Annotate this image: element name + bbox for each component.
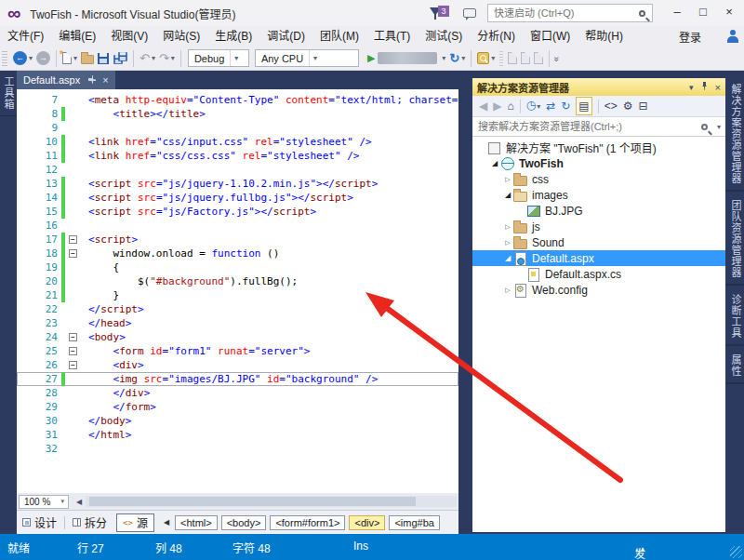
tree-item-file-default-aspx[interactable]: ◢Default.aspx [472, 250, 725, 266]
solution-search-box[interactable]: ▾ [472, 117, 725, 137]
tree-item-folder-css[interactable]: ▷css [472, 171, 725, 187]
tree-item-folder-js[interactable]: ▷js [472, 219, 725, 234]
fold-toggle-icon[interactable]: − [69, 235, 77, 244]
breadcrumb-img[interactable]: <img#ba [389, 515, 440, 530]
notifications-flag-icon[interactable]: 3 [430, 6, 450, 20]
right-tab-solution-explorer[interactable]: 解决方案资源管理器 [725, 78, 744, 192]
expand-arrow-icon[interactable]: ▷ [502, 223, 513, 231]
maximize-button[interactable]: □ [690, 3, 716, 23]
code-line-15[interactable]: 15<script src="js/Factory.js"></script> [17, 205, 458, 219]
menu-build[interactable]: 生成(B) [207, 26, 259, 47]
collapse-arrow-icon[interactable]: ◢ [502, 254, 513, 262]
left-tab-toolbox[interactable]: 工具箱 [0, 71, 17, 116]
code-line-32[interactable]: 32 [17, 442, 458, 456]
code-line-26[interactable]: 26− <div> [17, 358, 458, 372]
solution-search-input[interactable] [472, 121, 701, 132]
open-file-button[interactable] [81, 49, 94, 68]
sync-active-document-icon[interactable]: ⇄ [546, 98, 555, 114]
solution-platform-dropdown[interactable]: Any CPU▾ [255, 49, 359, 67]
expand-arrow-icon[interactable]: ▷ [502, 176, 513, 183]
code-line-28[interactable]: 28 </div> [17, 386, 458, 400]
window-position-icon[interactable]: ▾ [689, 83, 694, 92]
code-line-9[interactable]: 9 [17, 121, 458, 135]
menu-analyze[interactable]: 分析(N) [470, 26, 523, 47]
navigate-forward-button[interactable]: → [36, 49, 50, 68]
code-line-19[interactable]: 19 { [17, 260, 458, 274]
tree-item-folder-sound[interactable]: ▷Sound [472, 234, 725, 250]
tree-item-project-twofish[interactable]: ◢TwoFish [472, 155, 725, 171]
code-line-31[interactable]: 31</html> [17, 428, 458, 442]
menu-website[interactable]: 网站(S) [155, 26, 207, 47]
resize-grip[interactable] [730, 546, 742, 558]
save-button[interactable] [98, 49, 109, 68]
collapse-arrow-icon[interactable]: ◢ [489, 159, 500, 167]
code-line-18[interactable]: 18− window.onload = function () [17, 247, 458, 260]
tree-item-file-bjjpg[interactable]: BJ.JPG [472, 203, 725, 219]
breadcrumb-div[interactable]: <div> [349, 515, 385, 530]
menu-view[interactable]: 视图(V) [103, 26, 155, 47]
menu-test[interactable]: 测试(S) [418, 26, 470, 47]
scrollbar-thumb[interactable] [89, 497, 416, 506]
code-line-24[interactable]: 24−<body> [17, 330, 458, 344]
code-line-11[interactable]: 11<link href="css/css.css" rel="styleshe… [17, 149, 458, 163]
toolbar-grip[interactable] [2, 51, 7, 66]
code-line-7[interactable]: 7<meta http-equiv="Content-Type" content… [17, 93, 458, 107]
code-line-30[interactable]: 30</body> [17, 414, 458, 428]
home-icon[interactable]: ⌂ [507, 98, 513, 114]
breadcrumb-body[interactable]: <body> [221, 515, 267, 530]
expand-arrow-icon[interactable]: ▷ [502, 239, 513, 247]
breadcrumb-html[interactable]: <html> [175, 515, 218, 530]
right-tab-diagnostic-tools[interactable]: 诊断工具 [725, 288, 744, 346]
hscroll-left-icon[interactable]: ◀ [76, 498, 82, 506]
menu-debug[interactable]: 调试(D) [259, 26, 312, 47]
minimize-button[interactable]: – [664, 3, 690, 23]
editor-tab-default-aspx[interactable]: Default.aspx × [17, 71, 115, 89]
fold-toggle-icon[interactable]: − [69, 361, 77, 369]
collapse-all-icon[interactable]: ⊟ [638, 98, 647, 114]
menu-tools[interactable]: 工具(T) [366, 26, 418, 47]
sign-in-link[interactable]: 登录 [679, 29, 701, 45]
new-file-button[interactable]: *▾ [62, 49, 77, 68]
code-editor[interactable]: 7<meta http-equiv="Content-Type" content… [17, 89, 458, 493]
tab-close-icon[interactable]: × [102, 74, 108, 86]
code-line-20[interactable]: 20 $("#background").fullBg(); [17, 274, 458, 288]
feedback-icon[interactable] [463, 8, 476, 18]
tab-split-view[interactable]: 拆分 [67, 514, 113, 530]
code-line-8[interactable]: 8 <title></title> [17, 107, 458, 121]
fold-toggle-icon[interactable]: − [69, 347, 77, 355]
code-line-14[interactable]: 14<script src="js/jquery.fullbg.js"></sc… [17, 191, 458, 205]
redo-button[interactable]: ↷▾ [159, 49, 175, 68]
zoom-level-dropdown[interactable]: 100 %▾ [19, 495, 69, 509]
menu-team[interactable]: 团队(M) [312, 26, 366, 47]
tab-design-view[interactable]: 设计 [17, 514, 62, 530]
find-in-files-button[interactable]: ▾ [477, 49, 495, 68]
view-code-icon[interactable]: <> [604, 98, 618, 114]
tree-item-folder-images[interactable]: ◢images [472, 187, 725, 203]
close-button[interactable]: × [716, 3, 742, 23]
refresh-button[interactable]: ↻▾ [449, 49, 465, 68]
horizontal-scrollbar[interactable] [86, 496, 457, 507]
expand-arrow-icon[interactable]: ▷ [502, 287, 513, 294]
menu-edit[interactable]: 编辑(E) [51, 26, 103, 47]
start-debug-button[interactable]: ▶ ▾ [367, 49, 445, 68]
undo-button[interactable]: ↶▾ [140, 49, 155, 68]
forward-icon[interactable]: ▶ [493, 98, 501, 114]
tree-item-file-web-config[interactable]: ▷Web.config [472, 282, 725, 298]
tree-item-solution[interactable]: 解决方案 "TwoFish" (1 个项目) [472, 140, 725, 155]
breadcrumb-back-icon[interactable]: ◀ [164, 518, 169, 527]
show-all-files-icon[interactable]: ▤ [576, 97, 591, 115]
menu-window[interactable]: 窗口(W) [523, 26, 578, 47]
fold-toggle-icon[interactable]: − [69, 249, 77, 258]
solution-explorer-header[interactable]: 解决方案资源管理器 ▾ × [472, 78, 725, 96]
breadcrumb-form[interactable]: <form#form1> [270, 515, 345, 530]
fold-toggle-icon[interactable]: − [69, 333, 77, 341]
code-line-12[interactable]: 12 [17, 163, 458, 177]
code-line-23[interactable]: 23</head> [17, 316, 458, 330]
collapse-arrow-icon[interactable]: ◢ [502, 191, 513, 199]
code-line-10[interactable]: 10<link href="css/input.css" rel="styles… [17, 135, 458, 149]
menu-help[interactable]: 帮助(H) [578, 26, 631, 47]
pin-icon[interactable] [700, 82, 709, 92]
code-line-16[interactable]: 16 [17, 219, 458, 233]
quick-launch-input[interactable] [488, 7, 639, 19]
close-icon[interactable]: × [715, 82, 721, 93]
